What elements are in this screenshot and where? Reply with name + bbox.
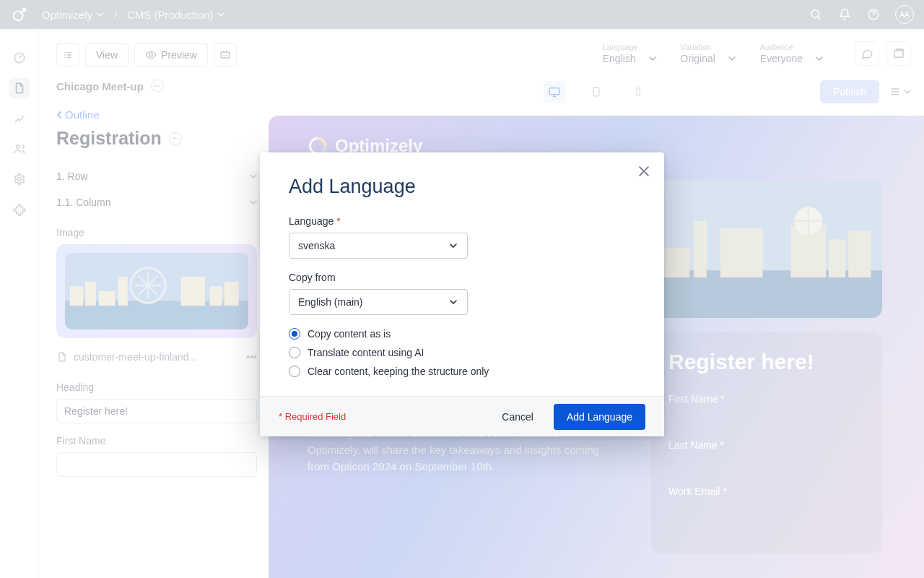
radio-label: Copy content as is bbox=[308, 328, 391, 340]
radio-dot bbox=[289, 347, 300, 358]
required-note: * Required Field bbox=[279, 411, 346, 422]
radio-translate-ai[interactable]: Translate content using AI bbox=[289, 347, 635, 358]
modal-title: Add Language bbox=[289, 176, 635, 198]
copy-from-select[interactable]: English (main) bbox=[289, 289, 468, 315]
close-icon[interactable] bbox=[638, 165, 650, 177]
copy-from-value: English (main) bbox=[298, 296, 362, 308]
add-language-modal: Add Language Language * svenska Copy fro… bbox=[260, 152, 664, 436]
add-language-label: Add Language bbox=[567, 411, 632, 423]
radio-dot bbox=[289, 366, 300, 377]
copy-from-label: Copy from bbox=[289, 272, 336, 283]
add-language-button[interactable]: Add Language bbox=[554, 404, 645, 430]
language-select-value: svenska bbox=[298, 240, 335, 251]
cancel-label: Cancel bbox=[502, 411, 533, 423]
cancel-button[interactable]: Cancel bbox=[492, 405, 544, 428]
radio-label: Clear content, keeping the structure onl… bbox=[308, 366, 489, 377]
required-asterisk: * bbox=[336, 215, 340, 227]
radio-dot bbox=[289, 328, 300, 340]
radio-copy-as-is[interactable]: Copy content as is bbox=[289, 328, 635, 340]
language-field-label: Language bbox=[289, 215, 334, 227]
language-select[interactable]: svenska bbox=[289, 233, 468, 259]
radio-label: Translate content using AI bbox=[308, 347, 424, 358]
radio-clear-content[interactable]: Clear content, keeping the structure onl… bbox=[289, 366, 635, 377]
